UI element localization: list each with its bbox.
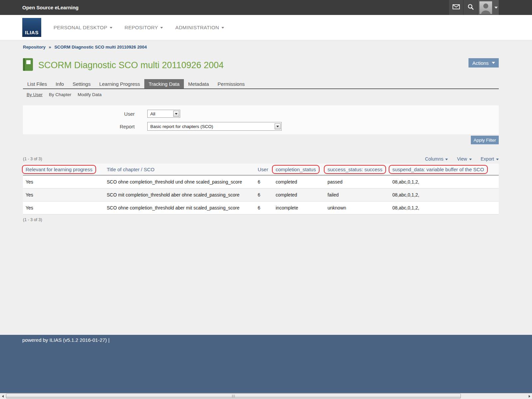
export-dropdown[interactable]: Export bbox=[481, 156, 499, 162]
nav-item-administration[interactable]: ADMINISTRATION bbox=[175, 25, 224, 30]
topbar-actions bbox=[449, 0, 499, 15]
scroll-right-button[interactable] bbox=[527, 393, 532, 399]
cell-suspend: 08,abc,0,1,2, bbox=[390, 179, 499, 185]
tab-metadata[interactable]: Metadata bbox=[184, 79, 213, 88]
chevron-down-icon bbox=[445, 159, 448, 160]
chevron-down-icon bbox=[160, 27, 163, 29]
nav-item-repository[interactable]: REPOSITORY bbox=[125, 25, 163, 30]
user-filter-label: User bbox=[23, 111, 135, 117]
chevron-down-icon bbox=[276, 126, 279, 127]
arrow-left-icon bbox=[2, 395, 4, 398]
cell-completion: incomplete bbox=[273, 205, 325, 210]
app-title: Open Source eLearning bbox=[22, 5, 78, 10]
view-label: View bbox=[457, 156, 467, 162]
cell-title: SCO mit completion_threshold aber ohne s… bbox=[104, 192, 255, 198]
subtab-by-user[interactable]: By User bbox=[27, 92, 43, 97]
tab-bar: List Files Info Settings Learning Progre… bbox=[23, 79, 499, 89]
tab-list-files[interactable]: List Files bbox=[23, 79, 51, 88]
column-header-title: Title of chapter / SCO bbox=[104, 167, 255, 172]
mail-icon bbox=[453, 4, 460, 11]
chevron-down-icon bbox=[221, 27, 224, 29]
search-button[interactable] bbox=[463, 0, 478, 15]
report-filter-value: Basic report for chapters (SCO) bbox=[148, 124, 275, 129]
subtab-modify-data[interactable]: Modify Data bbox=[78, 92, 102, 97]
scroll-left-button[interactable] bbox=[0, 393, 5, 399]
tab-tracking-data[interactable]: Tracking Data bbox=[144, 79, 184, 88]
columns-dropdown[interactable]: Columns bbox=[425, 156, 448, 162]
filter-panel: User All Report Basic report for chapter… bbox=[23, 105, 499, 134]
export-label: Export bbox=[481, 156, 494, 162]
cell-suspend: 08,abc,0,1,2, bbox=[390, 192, 499, 198]
nav-item-label: PERSONAL DESKTOP bbox=[54, 25, 107, 30]
column-header-completion-status: completion_status bbox=[276, 167, 316, 172]
topbar: Open Source eLearning bbox=[0, 0, 532, 15]
breadcrumb-repository-link[interactable]: Repository bbox=[23, 45, 46, 50]
user-filter-value: All bbox=[148, 111, 173, 116]
nav-item-label: ADMINISTRATION bbox=[175, 25, 219, 30]
cell-relevant: Yes bbox=[23, 179, 104, 185]
tab-permissions[interactable]: Permissions bbox=[213, 79, 249, 88]
cell-user: 6 bbox=[255, 205, 273, 210]
scorm-module-icon bbox=[23, 58, 33, 72]
table-row: Yes SCO ohne completion_threshold aber m… bbox=[23, 201, 499, 214]
search-icon bbox=[467, 4, 474, 11]
scrollbar-thumb[interactable] bbox=[6, 394, 461, 398]
subtab-by-chapter[interactable]: By Chapter bbox=[49, 92, 71, 97]
breadcrumb-separator: » bbox=[49, 45, 51, 50]
main-content: Repository » SCORM Diagnostic SCO multi … bbox=[0, 40, 532, 335]
columns-label: Columns bbox=[425, 156, 443, 162]
cell-title: SCO ohne completion_threshold und ohne s… bbox=[104, 179, 255, 185]
column-header-success-status: success_status: success bbox=[328, 167, 382, 172]
subtab-bar: By User By Chapter Modify Data bbox=[23, 92, 499, 97]
arrow-right-icon bbox=[529, 395, 530, 398]
horizontal-scrollbar[interactable] bbox=[0, 393, 532, 399]
cell-suspend: 08,abc,0,1,2, bbox=[390, 205, 499, 210]
page-title: SCORM Diagnostic SCO multi 20110926 2004 bbox=[38, 60, 224, 70]
cell-user: 6 bbox=[255, 192, 273, 198]
annotation-box-completion: completion_status bbox=[272, 165, 320, 174]
chevron-down-icon bbox=[175, 113, 178, 115]
cell-relevant: Yes bbox=[23, 192, 104, 198]
nav-item-label: REPOSITORY bbox=[125, 25, 158, 30]
cell-success: passed bbox=[325, 179, 390, 185]
table-row: Yes SCO ohne completion_threshold und oh… bbox=[23, 176, 499, 189]
chevron-down-icon bbox=[469, 159, 472, 160]
cell-success: failed bbox=[325, 192, 390, 198]
annotation-box-suspend: suspend_data: variable buffer of the SCO bbox=[389, 165, 488, 174]
user-filter-select[interactable]: All bbox=[147, 110, 180, 118]
actions-button-label: Actions bbox=[472, 60, 488, 66]
chevron-down-icon bbox=[492, 62, 495, 64]
cell-user: 6 bbox=[255, 179, 273, 185]
column-header-relevant: Relevant for learning progress bbox=[26, 167, 92, 172]
chevron-down-icon bbox=[110, 27, 112, 29]
view-dropdown[interactable]: View bbox=[457, 156, 471, 162]
page-footer: powered by ILIAS (v5.1.2 2016-01-27) | bbox=[0, 335, 532, 393]
chevron-down-icon bbox=[496, 159, 499, 160]
breadcrumb: Repository » SCORM Diagnostic SCO multi … bbox=[23, 40, 499, 50]
scrollbar-grip-icon bbox=[232, 395, 235, 397]
annotation-box-relevant: Relevant for learning progress bbox=[22, 165, 96, 174]
user-menu-button[interactable] bbox=[478, 0, 499, 15]
actions-button[interactable]: Actions bbox=[468, 58, 499, 67]
breadcrumb-current-link[interactable]: SCORM Diagnostic SCO multi 20110926 2004 bbox=[54, 45, 147, 50]
tab-settings[interactable]: Settings bbox=[68, 79, 95, 88]
tab-info[interactable]: Info bbox=[51, 79, 68, 88]
report-filter-select[interactable]: Basic report for chapters (SCO) bbox=[147, 122, 282, 131]
result-range-top: (1 - 3 of 3) bbox=[23, 157, 42, 161]
nav-item-personal-desktop[interactable]: PERSONAL DESKTOP bbox=[54, 25, 112, 30]
apply-filter-button[interactable]: Apply Filter bbox=[471, 136, 499, 144]
footer-text: powered by ILIAS (v5.1.2 2016-01-27) | bbox=[22, 337, 109, 343]
report-filter-label: Report bbox=[23, 124, 135, 129]
table-header-row: Relevant for learning progress Title of … bbox=[23, 164, 499, 176]
main-navbar: ILIAS PERSONAL DESKTOP REPOSITORY ADMINI… bbox=[0, 15, 532, 40]
ilias-logo[interactable]: ILIAS bbox=[22, 18, 41, 37]
dropdown-arrow-button[interactable] bbox=[173, 111, 179, 117]
cell-completion: completed bbox=[273, 179, 325, 185]
cell-completion: completed bbox=[273, 192, 325, 198]
avatar bbox=[479, 1, 492, 14]
tab-learning-progress[interactable]: Learning Progress bbox=[95, 79, 144, 88]
dropdown-arrow-button[interactable] bbox=[275, 123, 281, 129]
mail-button[interactable] bbox=[449, 0, 463, 15]
column-header-user: User bbox=[255, 167, 273, 172]
annotation-box-success: success_status: success bbox=[324, 165, 386, 174]
